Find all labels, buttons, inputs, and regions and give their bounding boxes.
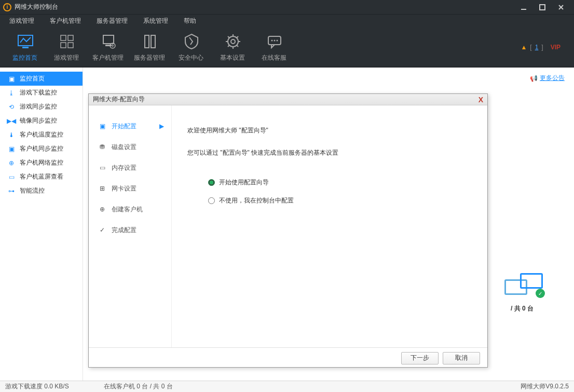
server-icon xyxy=(140,32,159,51)
svg-marker-28 xyxy=(271,45,275,48)
client-icon xyxy=(98,32,118,51)
wizard-option-skip[interactable]: 不使用，我在控制台中配置 xyxy=(208,196,472,205)
menu-help[interactable]: 帮助 xyxy=(179,17,207,25)
wizard-nav: ▣开始配置▶ ⛃磁盘设置 ▭内存设置 ⊞网卡设置 ⊕创建客户机 ✓完成配置 xyxy=(89,105,172,347)
memory-icon: ▭ xyxy=(98,164,106,172)
sidebar-temp-monitor[interactable]: 🌡客户机温度监控 xyxy=(0,128,83,142)
toolbar-server[interactable]: 服务器管理 xyxy=(129,30,170,64)
svg-line-25 xyxy=(237,36,238,38)
sidebar-traffic[interactable]: ⊶智能流控 xyxy=(0,184,83,198)
svg-rect-11 xyxy=(105,45,112,46)
svg-rect-10 xyxy=(103,35,114,44)
toolbar-game[interactable]: 游戏管理 xyxy=(46,30,87,64)
toolbar: 监控首页 游戏管理 客户机管理 服务器管理 安全中心 基本设置 在线客服 ▲ [… xyxy=(0,27,574,67)
toolbar-client[interactable]: 客户机管理 xyxy=(87,30,129,64)
toolbar-settings[interactable]: 基本设置 xyxy=(212,30,253,64)
traffic-icon: ⊶ xyxy=(7,187,16,195)
status-online-clients: 在线客户机 0 台 / 共 0 台 xyxy=(104,382,521,391)
sidebar-network-monitor[interactable]: ⊕客户机网络监控 xyxy=(0,156,83,170)
download-icon: ⭳ xyxy=(7,89,16,97)
toolbar-monitor-home[interactable]: 监控首页 xyxy=(4,30,46,64)
dialog-footer: 下一步 取消 xyxy=(89,347,487,368)
svg-rect-5 xyxy=(22,47,29,48)
statusbar: 游戏下载速度 0.0 KB/S 在线客户机 0 台 / 共 0 台 网维大师V9… xyxy=(0,381,574,392)
wizard-content: 欢迎使用网维大师 "配置向导" 您可以通过 "配置向导" 快速完成当前服务器的基… xyxy=(172,105,487,347)
shield-icon xyxy=(181,32,201,51)
sync-icon: ⟲ xyxy=(7,103,16,111)
client-summary: ✓ / 共 0 台 xyxy=(501,273,543,313)
config-wizard-dialog: 网维大师-配置向导 X ▣开始配置▶ ⛃磁盘设置 ▭内存设置 ⊞网卡设置 ⊕创建… xyxy=(88,93,488,368)
svg-point-30 xyxy=(274,40,276,42)
svg-point-29 xyxy=(271,40,273,42)
toolbar-status: ▲ [ 1 ] VIP xyxy=(521,44,570,51)
vip-badge[interactable]: VIP xyxy=(546,44,565,51)
svg-rect-7 xyxy=(68,35,73,40)
svg-rect-1 xyxy=(540,5,545,10)
sidebar-monitor-home[interactable]: ▣监控首页 xyxy=(0,72,83,86)
cancel-button[interactable]: 取消 xyxy=(443,352,480,364)
start-config-icon: ▣ xyxy=(98,122,106,130)
announcement-link[interactable]: 📢 更多公告 xyxy=(530,74,565,83)
menu-game[interactable]: 游戏管理 xyxy=(4,17,45,25)
wizard-nav-disk[interactable]: ⛃磁盘设置 xyxy=(89,137,171,157)
window-title: 网维大师控制台 xyxy=(15,3,518,11)
titlebar: i 网维大师控制台 xyxy=(0,0,574,15)
dialog-titlebar[interactable]: 网维大师-配置向导 X xyxy=(89,94,487,105)
clients-icon: ✓ xyxy=(501,273,543,299)
sidebar: ▣监控首页 ⭳游戏下载监控 ⟲游戏同步监控 ▶◀镜像同步监控 🌡客户机温度监控 … xyxy=(0,67,83,381)
home-icon: ▣ xyxy=(7,75,16,83)
close-button[interactable] xyxy=(555,2,567,13)
radio-use-wizard[interactable] xyxy=(208,179,215,186)
sidebar-download-monitor[interactable]: ⭳游戏下载监控 xyxy=(0,86,83,100)
dialog-title: 网维大师-配置向导 xyxy=(93,95,479,104)
wizard-nav-create-client[interactable]: ⊕创建客户机 xyxy=(89,199,171,220)
wizard-nav-memory[interactable]: ▭内存设置 xyxy=(89,157,171,178)
warning-icon[interactable]: ▲ xyxy=(521,44,527,51)
wizard-welcome-2: 您可以通过 "配置向导" 快速完成当前服务器的基本设置 xyxy=(187,148,472,157)
wizard-nav-nic[interactable]: ⊞网卡设置 xyxy=(89,178,171,199)
toolbar-security[interactable]: 安全中心 xyxy=(170,30,212,64)
speaker-icon: 📢 xyxy=(530,75,538,82)
radio-skip-wizard[interactable] xyxy=(208,197,215,204)
gear-icon xyxy=(223,32,242,51)
monitor-icon xyxy=(15,32,35,51)
sidebar-client-sync[interactable]: ▣客户机同步监控 xyxy=(0,142,83,156)
create-client-icon: ⊕ xyxy=(98,205,106,213)
svg-rect-16 xyxy=(151,35,155,48)
wizard-welcome-1: 欢迎使用网维大师 "配置向导" xyxy=(187,126,472,135)
maximize-button[interactable] xyxy=(537,2,548,13)
status-count[interactable]: 1 xyxy=(535,44,539,51)
svg-rect-0 xyxy=(521,9,526,10)
network-icon: ⊕ xyxy=(7,159,16,167)
sidebar-game-sync[interactable]: ⟲游戏同步监控 xyxy=(0,100,83,114)
svg-rect-8 xyxy=(61,43,66,48)
client-sync-icon: ▣ xyxy=(7,145,16,153)
svg-rect-15 xyxy=(145,35,149,48)
finish-icon: ✓ xyxy=(98,226,106,234)
svg-rect-6 xyxy=(61,35,66,40)
svg-line-24 xyxy=(237,45,238,47)
thermometer-icon: 🌡 xyxy=(7,131,16,139)
menu-server[interactable]: 服务器管理 xyxy=(91,17,138,25)
chevron-right-icon: ▶ xyxy=(159,123,164,130)
chat-icon xyxy=(264,32,284,51)
svg-line-26 xyxy=(228,45,229,47)
game-icon xyxy=(57,32,76,51)
status-version: 网维大师V9.0.2.5 xyxy=(521,382,569,391)
bluescreen-icon: ▭ xyxy=(7,173,16,181)
toolbar-support[interactable]: 在线客服 xyxy=(253,30,295,64)
wizard-nav-start[interactable]: ▣开始配置▶ xyxy=(89,116,171,137)
wizard-nav-finish[interactable]: ✓完成配置 xyxy=(89,220,171,240)
client-count-text: / 共 0 台 xyxy=(501,304,543,313)
menubar: 游戏管理 客户机管理 服务器管理 系统管理 帮助 xyxy=(0,15,574,27)
app-logo-icon: i xyxy=(3,3,11,11)
svg-rect-9 xyxy=(68,43,73,48)
sidebar-image-sync[interactable]: ▶◀镜像同步监控 xyxy=(0,114,83,128)
wizard-option-use[interactable]: 开始使用配置向导 xyxy=(208,178,472,187)
minimize-button[interactable] xyxy=(518,2,529,13)
next-button[interactable]: 下一步 xyxy=(401,352,439,364)
dialog-close-button[interactable]: X xyxy=(479,96,483,104)
sidebar-bluescreen[interactable]: ▭客户机蓝屏查看 xyxy=(0,170,83,184)
menu-client[interactable]: 客户机管理 xyxy=(45,17,91,25)
menu-system[interactable]: 系统管理 xyxy=(138,17,179,25)
